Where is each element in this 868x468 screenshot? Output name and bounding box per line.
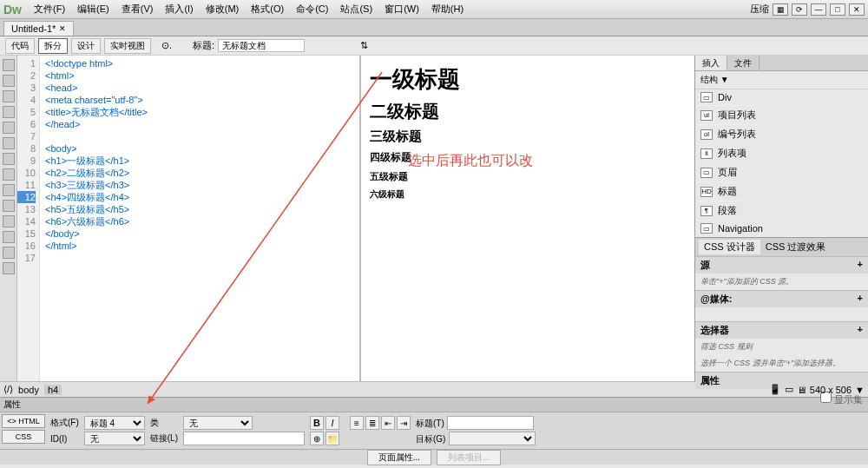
title2-label: 标题(T) <box>416 419 444 428</box>
list-item-button[interactable]: 列表项目... <box>437 450 501 465</box>
insert-item[interactable]: ▭Navigation <box>695 221 868 237</box>
tool-icon[interactable] <box>3 215 15 227</box>
ul-button[interactable]: ≡ <box>350 416 364 430</box>
tool-icon[interactable] <box>3 153 15 165</box>
css-designer-tab[interactable]: CSS 设计器 <box>699 240 760 254</box>
tool-icon[interactable] <box>3 262 15 274</box>
tool-icon[interactable] <box>3 137 15 149</box>
layout-icon[interactable]: ▦ <box>773 3 788 16</box>
css-props-title: 属性 <box>700 374 720 387</box>
maximize-button[interactable]: □ <box>830 3 845 16</box>
link-input[interactable] <box>183 432 305 445</box>
ol-button[interactable]: ≣ <box>365 416 379 430</box>
tool-icon[interactable] <box>3 200 15 212</box>
page-props-button[interactable]: 页面属性... <box>367 450 431 465</box>
preview-h3[interactable]: 三级标题 <box>370 129 686 145</box>
sync-icon[interactable]: ⟳ <box>792 3 807 16</box>
breadcrumb-h4[interactable]: h4 <box>44 385 62 395</box>
preview-h5[interactable]: 五级标题 <box>370 170 686 183</box>
code-editor[interactable]: <!doctype html><html><head><meta charset… <box>40 56 359 381</box>
tool-icon[interactable] <box>3 106 15 118</box>
preview-h6[interactable]: 六级标题 <box>370 188 686 201</box>
view-split-button[interactable]: 拆分 <box>38 38 68 54</box>
link-folder-icon[interactable]: 📁 <box>326 432 339 445</box>
class-select[interactable]: 无 <box>183 416 253 430</box>
device-icon[interactable]: ▭ <box>785 384 793 395</box>
view-live-button[interactable]: 实时视图 <box>104 38 151 54</box>
tool-icon[interactable] <box>3 75 15 87</box>
document-tab[interactable]: Untitled-1* ✕ <box>3 21 74 36</box>
toolbar-icon[interactable]: ⇅ <box>360 40 368 51</box>
preview-h2[interactable]: 二级标题 <box>370 100 686 123</box>
insert-item[interactable]: ul项目列表 <box>695 106 868 125</box>
structure-dropdown[interactable]: 结构 ▼ <box>695 71 868 89</box>
target-select[interactable] <box>449 432 536 445</box>
device-icon[interactable]: 🖥 <box>797 385 806 395</box>
tool-icon[interactable] <box>3 90 15 102</box>
tag-selector-icon[interactable]: ⟨/⟩ <box>3 384 13 395</box>
insert-item-label: 段落 <box>718 204 737 217</box>
props-html-mode[interactable]: <> HTML <box>2 414 45 428</box>
css-transition-tab[interactable]: CSS 过渡效果 <box>760 240 832 254</box>
size-label: 540 x 506 <box>810 385 852 395</box>
insert-item[interactable]: ¶段落 <box>695 201 868 221</box>
view-code-button[interactable]: 代码 <box>5 38 35 54</box>
minimize-button[interactable]: — <box>811 3 826 16</box>
css-source-hint: 单击"+"添加新的 CSS 源。 <box>695 274 868 290</box>
insert-item-label: 编号列表 <box>718 128 756 141</box>
menu-bar: 文件(F) 编辑(E) 查看(V) 插入(I) 修改(M) 格式(O) 命令(C… <box>29 1 469 17</box>
menu-help[interactable]: 帮助(H) <box>426 1 469 17</box>
view-toolbar: 代码 拆分 设计 实时视图 ⊙. 标题: ⇅ <box>0 36 868 56</box>
right-tab-files[interactable]: 文件 <box>727 56 760 70</box>
tool-icon[interactable] <box>3 231 15 243</box>
title-label: 标题: <box>193 39 214 52</box>
close-button[interactable]: ✕ <box>849 3 865 16</box>
class-label: 类 <box>150 417 178 429</box>
right-tab-insert[interactable]: 插入 <box>695 56 727 70</box>
insert-item[interactable]: ol编号列表 <box>695 125 868 144</box>
preview-h1[interactable]: 一级标题 <box>370 64 686 95</box>
insert-item[interactable]: ▭页眉 <box>695 163 868 182</box>
link-browse-icon[interactable]: ⊕ <box>310 432 324 445</box>
view-design-button[interactable]: 设计 <box>71 38 101 54</box>
tool-icon[interactable] <box>3 184 15 196</box>
menu-window[interactable]: 窗口(W) <box>379 1 424 17</box>
menu-view[interactable]: 查看(V) <box>116 1 159 17</box>
menu-modify[interactable]: 修改(M) <box>201 1 245 17</box>
menu-edit[interactable]: 编辑(E) <box>72 1 115 17</box>
insert-item[interactable]: HD标题 <box>695 182 868 201</box>
outdent-button[interactable]: ⇤ <box>381 416 395 430</box>
css-source-add[interactable]: + <box>858 259 863 272</box>
italic-button[interactable]: I <box>326 416 339 430</box>
css-source-title: 源 <box>700 259 710 272</box>
menu-file[interactable]: 文件(F) <box>29 1 70 17</box>
tool-icon[interactable] <box>3 168 15 181</box>
menu-command[interactable]: 命令(C) <box>291 1 333 17</box>
title2-input[interactable] <box>447 416 534 430</box>
id-select[interactable]: 无 <box>84 432 145 445</box>
device-icon[interactable]: 📱 <box>769 384 781 395</box>
css-media-add[interactable]: + <box>858 293 863 306</box>
breadcrumb-body[interactable]: body <box>18 385 39 395</box>
insert-item-icon: ▭ <box>700 168 713 178</box>
menu-site[interactable]: 站点(S) <box>335 1 378 17</box>
menu-format[interactable]: 格式(O) <box>246 1 289 17</box>
insert-item[interactable]: ▭Div <box>695 89 868 106</box>
indent-button[interactable]: ⇥ <box>397 416 411 430</box>
insert-item[interactable]: li列表项 <box>695 144 868 163</box>
bold-button[interactable]: B <box>310 416 324 430</box>
right-panel: 插入 文件 结构 ▼ ▭Divul项目列表ol编号列表li列表项▭页眉HD标题¶… <box>694 56 868 381</box>
tool-icon[interactable] <box>3 247 15 259</box>
title-input[interactable] <box>218 39 305 52</box>
insert-item-label: Navigation <box>718 223 763 234</box>
menu-insert[interactable]: 插入(I) <box>160 1 198 17</box>
link-label: 链接(L) <box>150 432 178 445</box>
document-close-icon[interactable]: ✕ <box>59 24 66 33</box>
compress-label[interactable]: 压缩 <box>750 3 769 16</box>
format-select[interactable]: 标题 4 <box>84 416 145 430</box>
props-css-mode[interactable]: CSS <box>2 430 45 444</box>
tool-icon[interactable] <box>3 122 15 134</box>
tool-icon[interactable] <box>3 59 15 71</box>
css-selector-add[interactable]: + <box>858 324 863 337</box>
target-label: 目标(G) <box>416 434 445 444</box>
